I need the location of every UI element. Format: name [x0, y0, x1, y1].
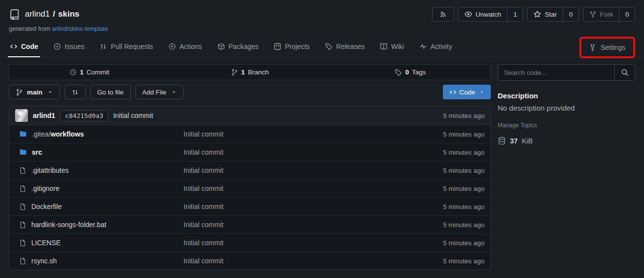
manage-topics-link[interactable]: Manage Topics [498, 122, 537, 129]
repo-size: 37 KiB [498, 137, 635, 145]
file-commit-time: 5 minutes ago [417, 185, 490, 192]
file-commit-message-link[interactable]: Initial commit [184, 148, 417, 156]
tab-issues[interactable]: Issues [52, 43, 85, 57]
star-button[interactable]: Star [528, 7, 563, 21]
chevron-down-icon [479, 90, 484, 95]
commit-author-link[interactable]: arlind1 [33, 112, 55, 119]
tools-icon [589, 44, 597, 51]
tag-icon [394, 69, 402, 76]
main-column: 1 Commit 1 Branch 0 Tags [9, 64, 491, 270]
file-commit-message-link[interactable]: Initial commit [184, 130, 417, 138]
table-row: src Initial commit 5 minutes ago [9, 143, 490, 161]
tab-wiki[interactable]: Wiki [379, 43, 405, 57]
file-commit-time: 5 minutes ago [417, 167, 490, 174]
avatar[interactable] [15, 109, 28, 122]
code-download-button[interactable]: Code [443, 85, 491, 99]
file-commit-time: 5 minutes ago [417, 131, 490, 138]
tab-releases[interactable]: Releases [324, 43, 366, 57]
file-commit-time: 5 minutes ago [417, 239, 490, 247]
repo-title-separator: / [53, 9, 55, 19]
commit-message-link[interactable]: Initial commit [113, 112, 153, 119]
code-button-label: Code [460, 89, 475, 96]
commit-hash-link[interactable]: c84215d0a3 [60, 110, 108, 121]
fork-label: Fork [600, 11, 613, 18]
table-row: LICENSE Initial commit 5 minutes ago [9, 233, 490, 252]
file-commit-message-link[interactable]: Initial commit [184, 185, 417, 192]
tab-settings[interactable]: Settings [588, 44, 626, 51]
forks-count[interactable]: 0 [619, 7, 635, 21]
file-commit-message-link[interactable]: Initial commit [184, 166, 417, 174]
search-button[interactable] [614, 65, 635, 80]
repo-title: arlind1 / skins [25, 9, 79, 19]
compare-icon [71, 89, 79, 96]
repo-size-value: 37 [510, 137, 518, 145]
tab-projects[interactable]: Projects [273, 43, 311, 57]
template-repo-link[interactable]: arlind/skins-template [52, 25, 108, 32]
stars-count[interactable]: 0 [563, 7, 578, 21]
watchers-count[interactable]: 1 [507, 7, 523, 21]
repo-stats-bar: 1 Commit 1 Branch 0 Tags [9, 64, 491, 80]
tab-code[interactable]: Code [9, 43, 39, 57]
tab-actions[interactable]: Actions [167, 43, 203, 57]
file-name-link: hardlink-songs-folder.bat [31, 221, 106, 229]
compare-button[interactable] [65, 85, 86, 99]
file-commit-message-link[interactable]: Initial commit [184, 239, 417, 247]
go-to-file-button[interactable]: Go to file [91, 85, 131, 99]
repo-name-link[interactable]: skins [58, 9, 79, 19]
star-label: Star [545, 11, 557, 18]
file-name-link: LICENSE [31, 239, 61, 247]
add-file-button[interactable]: Add File [136, 85, 184, 99]
stat-tags[interactable]: 0 Tags [330, 65, 490, 80]
tab-activity[interactable]: Activity [418, 43, 453, 57]
file-commit-message-link[interactable]: Initial commit [184, 203, 417, 210]
fork-button[interactable]: Fork [583, 7, 619, 21]
generated-from-label: generated from [9, 25, 50, 32]
search-input[interactable] [498, 65, 614, 80]
go-to-file-label: Go to file [97, 89, 124, 96]
tab-packages[interactable]: Packages [216, 43, 259, 57]
table-row: rsync.sh Initial commit 5 minutes ago [9, 252, 490, 270]
file-icon [19, 257, 26, 265]
file-name-link: Dockerfile [31, 203, 62, 210]
database-icon [498, 137, 506, 145]
tab-pull-requests[interactable]: Pull Requests [98, 43, 154, 57]
repo-tab-nav: Code Issues Pull Requests Actions Packag… [0, 36, 644, 57]
package-icon [217, 43, 225, 50]
stat-branches[interactable]: 1 Branch [170, 65, 330, 80]
repo-owner-link[interactable]: arlind1 [25, 9, 50, 19]
repo-header: arlind1 / skins Unwatch 1 [0, 0, 644, 32]
add-file-label: Add File [142, 89, 167, 96]
fork-button-group: Fork 0 [583, 7, 635, 22]
repo-size-unit: KiB [522, 137, 533, 145]
content-area: 1 Commit 1 Branch 0 Tags [0, 57, 644, 270]
rss-button[interactable] [432, 7, 454, 22]
rss-icon [439, 11, 447, 18]
pull-request-icon [99, 43, 107, 50]
table-row: .gitattributes Initial commit 5 minutes … [9, 161, 490, 179]
table-row: .gitignore Initial commit 5 minutes ago [9, 179, 490, 197]
issue-icon [53, 43, 61, 50]
file-commit-time: 5 minutes ago [417, 149, 490, 156]
tag-icon [325, 43, 333, 50]
code-icon [449, 89, 457, 96]
book-icon [380, 43, 388, 50]
repo-toolbar: main Go to file Add File [9, 85, 491, 99]
table-row: Dockerfile Initial commit 5 minutes ago [9, 197, 490, 215]
stat-commits[interactable]: 1 Commit [9, 65, 170, 80]
file-icon [19, 185, 26, 192]
fork-icon [589, 11, 597, 18]
branch-selector[interactable]: main [9, 85, 60, 99]
file-commit-message-link[interactable]: Initial commit [184, 221, 417, 229]
chevron-down-icon [47, 90, 53, 95]
latest-commit-row: arlind1 c84215d0a3 Initial commit 5 minu… [9, 106, 490, 125]
repo-action-buttons: Unwatch 1 Star 0 Fork [432, 7, 635, 22]
description-heading: Description [498, 92, 635, 100]
unwatch-button[interactable]: Unwatch [459, 7, 507, 21]
file-commit-time: 5 minutes ago [417, 257, 490, 265]
code-icon [10, 43, 18, 50]
folder-icon [19, 148, 27, 156]
project-board-icon [274, 43, 281, 50]
file-commit-message-link[interactable]: Initial commit [184, 257, 417, 265]
file-icon [19, 221, 26, 229]
current-branch-name: main [27, 89, 43, 96]
